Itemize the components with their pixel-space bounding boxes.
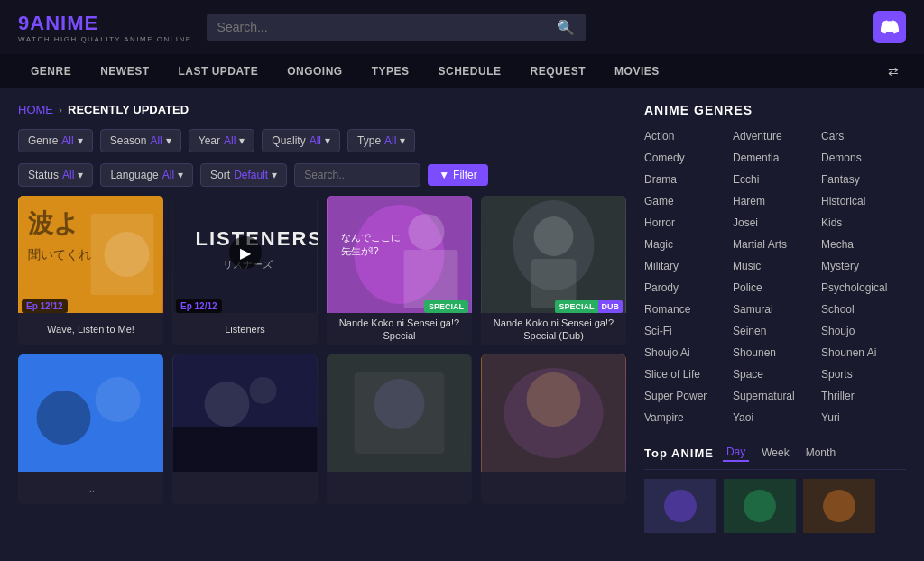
anime-thumbnail [481,196,626,313]
nav-request[interactable]: REQUEST [518,58,599,85]
status-filter[interactable]: Status All ▾ [18,163,93,187]
top-anime-thumb[interactable] [803,479,875,533]
svg-point-21 [37,391,91,445]
search-icon[interactable]: 🔍 [557,19,575,36]
genre-link[interactable]: Shoujo Ai [644,345,729,361]
genres-title: ANIME GENRES [644,103,906,117]
language-filter[interactable]: Language All ▾ [100,163,193,187]
svg-rect-25 [173,427,318,472]
nav-newest[interactable]: NEWEST [88,58,162,85]
nav-ongoing[interactable]: ONGOING [274,58,356,85]
anime-title: Nande Koko ni Sensei ga!? Special [327,313,472,345]
filter-button[interactable]: ▼ Filter [428,164,488,186]
genre-link[interactable]: Slice of Life [644,366,729,382]
anime-card[interactable]: ... [18,354,163,504]
anime-card[interactable]: SPECIAL DUB Nande Koko ni Sensei ga!? Sp… [481,196,626,345]
anime-card[interactable] [172,354,318,504]
sort-filter[interactable]: Sort Default ▾ [200,163,287,187]
filter-search-input[interactable] [294,163,420,187]
nav-last-update[interactable]: LAST UPDATE [166,58,272,85]
genre-link[interactable]: Game [644,193,729,209]
genre-link[interactable]: School [821,301,906,317]
nav-schedule[interactable]: SCHEDULE [426,58,514,85]
logo-subtitle: WATCH HIGH QUALITY ANIME ONLINE [18,35,192,43]
genre-link[interactable]: Mystery [821,258,906,274]
logo-name: ANIME [30,12,98,34]
anime-thumbnail [18,354,163,472]
genre-link[interactable]: Parody [644,280,729,296]
genre-link[interactable]: Sports [821,366,906,382]
genre-link[interactable]: Magic [644,236,729,253]
year-filter[interactable]: Year All ▾ [189,129,255,152]
top-tab-week[interactable]: Week [758,445,792,461]
sidebar: ANIME GENRES ActionAdventureCarsComedyDe… [644,103,906,547]
top-anime-thumb[interactable] [724,479,796,533]
genre-link[interactable]: Space [733,366,818,382]
genre-link[interactable]: Action [644,128,729,144]
anime-card[interactable]: なんでここに 先生が!? SPECIAL Nande Koko ni Sense… [327,196,472,345]
top-tab-day[interactable]: Day [723,444,749,462]
genre-link[interactable]: Yuri [821,409,906,426]
genre-link[interactable]: Horror [644,215,729,231]
genre-link[interactable]: Super Power [644,388,729,404]
content-area: HOME › RECENTLY UPDATED Genre All ▾ Seas… [18,103,626,547]
genre-link[interactable]: Music [733,258,818,274]
nav-movies[interactable]: MOVIES [602,58,672,85]
anime-card[interactable] [327,354,472,504]
top-anime-thumb[interactable] [644,479,716,533]
shuffle-icon[interactable]: ⇄ [881,60,906,82]
genre-link[interactable]: Ecchi [733,171,818,188]
genre-link[interactable]: Yaoi [733,409,818,426]
breadcrumb-home[interactable]: HOME [18,103,53,116]
genre-link[interactable]: Adventure [733,128,818,144]
genre-link[interactable]: Demons [821,150,906,166]
anime-card[interactable]: LISTENERS リスナーズ ▶ Ep 12/12 Listeners [172,196,318,345]
anime-thumbnail: 波よ 聞いてくれ [18,196,163,313]
genre-link[interactable]: Mecha [821,236,906,253]
genre-link[interactable]: Josei [733,215,818,231]
genre-link[interactable]: Historical [821,193,906,209]
genre-link[interactable]: Kids [821,215,906,231]
play-button[interactable]: ▶ [229,236,262,269]
svg-text:なんでここに: なんでここに [341,232,401,243]
season-filter[interactable]: Season All ▾ [100,129,181,152]
genre-link[interactable]: Dementia [733,150,818,166]
genre-link[interactable]: Drama [644,171,729,188]
header: 9ANIME WATCH HIGH QUALITY ANIME ONLINE 🔍 [0,0,924,54]
genre-link[interactable]: Military [644,258,729,274]
genre-link[interactable]: Police [733,280,818,296]
quality-filter[interactable]: Quality All ▾ [262,129,340,152]
navigation: GENRE NEWEST LAST UPDATE ONGOING TYPES S… [0,54,924,88]
genre-link[interactable]: Shounen [733,345,818,361]
genre-link[interactable]: Cars [821,128,906,144]
genre-link[interactable]: Martial Arts [733,236,818,253]
genre-link[interactable]: Psychological [821,280,906,296]
anime-card[interactable] [481,354,626,504]
svg-point-26 [250,377,277,404]
nav-types[interactable]: TYPES [359,58,422,85]
svg-point-39 [823,490,855,522]
genre-link[interactable]: Vampire [644,409,729,426]
genre-link[interactable]: Romance [644,301,729,317]
anime-card[interactable]: 波よ 聞いてくれ Ep 12/12 Wave, Listen to Me! [18,196,163,345]
type-filter[interactable]: Type All ▾ [347,129,415,152]
genre-link[interactable]: Samurai [733,301,818,317]
genre-link[interactable]: Sci-Fi [644,323,729,339]
genre-filter[interactable]: Genre All ▾ [18,129,93,152]
genre-link[interactable]: Comedy [644,150,729,166]
svg-point-33 [527,372,581,427]
genre-link[interactable]: Supernatural [733,388,818,404]
filters-row1: Genre All ▾ Season All ▾ Year All ▾ Qual… [18,129,626,152]
nav-genre[interactable]: GENRE [18,58,84,85]
top-tab-month[interactable]: Month [802,445,839,461]
logo[interactable]: 9ANIME [18,12,192,35]
filters-row2: Status All ▾ Language All ▾ Sort Default… [18,163,626,187]
genre-link[interactable]: Shoujo [821,323,906,339]
genre-link[interactable]: Harem [733,193,818,209]
search-input[interactable] [217,20,557,34]
genre-link[interactable]: Seinen [733,323,818,339]
genre-link[interactable]: Shounen Ai [821,345,906,361]
genre-link[interactable]: Fantasy [821,171,906,188]
genre-link[interactable]: Thriller [821,388,906,404]
discord-button[interactable] [873,11,906,43]
